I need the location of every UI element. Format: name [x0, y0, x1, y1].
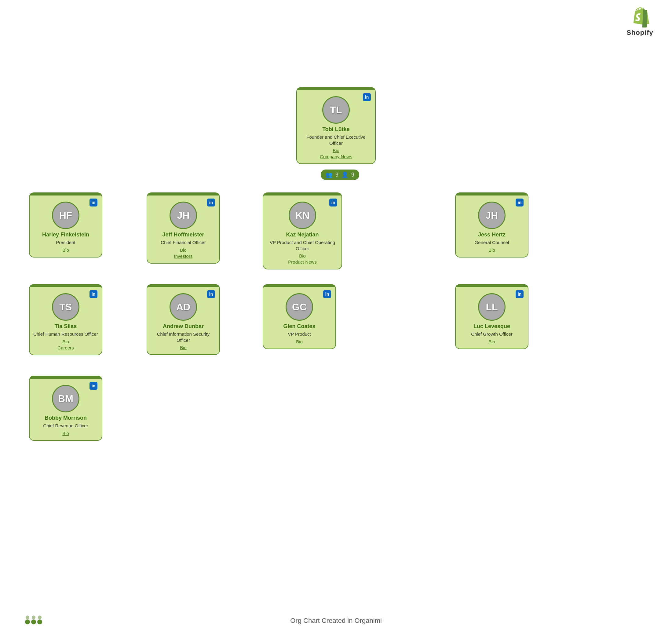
- shopify-logo: Shopify: [626, 6, 654, 37]
- card-kaz: in KN Kaz Nejatian VP Product and Chief …: [263, 192, 342, 269]
- svg-point-16: [25, 619, 30, 624]
- name-bobby: Bobby Morrison: [33, 415, 98, 421]
- name-andrew: Andrew Dunbar: [151, 323, 216, 330]
- link-kaz-bio[interactable]: Bio: [267, 253, 338, 258]
- link-ceo-news[interactable]: Company News: [301, 154, 371, 159]
- title-luc: Chief Growth Officer: [460, 331, 524, 337]
- title-tia: Chief Human Resources Officer: [33, 331, 98, 337]
- avatar-initials-bobby: BM: [58, 393, 73, 404]
- ceo-badge: 👥 9 👤 9: [321, 170, 359, 180]
- linkedin-badge-ceo[interactable]: in: [363, 93, 371, 101]
- link-tia-careers[interactable]: Careers: [33, 345, 98, 350]
- linkedin-badge-tia[interactable]: in: [89, 290, 97, 298]
- avatar-initials-tia: TS: [60, 302, 72, 313]
- linkedin-badge-kaz[interactable]: in: [329, 198, 337, 206]
- link-ceo-bio[interactable]: Bio: [301, 148, 371, 153]
- title-kaz: VP Product and Chief Operating Officer: [267, 240, 338, 251]
- svg-point-20: [32, 616, 35, 619]
- avatar-luc: LL: [478, 293, 505, 321]
- title-jess: General Counsel: [460, 240, 524, 246]
- avatar-harley: HF: [52, 202, 80, 229]
- avatar-initials-luc: LL: [486, 302, 498, 313]
- person-icon: 👤: [342, 171, 348, 178]
- svg-point-21: [38, 616, 41, 619]
- card-jess: in JH Jess Hertz General Counsel Bio: [455, 192, 528, 257]
- title-harley: President: [33, 240, 98, 246]
- group-icon: 👥: [326, 171, 332, 178]
- link-andrew-bio[interactable]: Bio: [151, 345, 216, 350]
- card-header-kaz: [263, 193, 342, 195]
- card-tia: in TS Tia Silas Chief Human Resources Of…: [29, 284, 102, 355]
- avatar-glen: GC: [285, 293, 313, 321]
- brand-name: Shopify: [626, 29, 654, 37]
- linkedin-badge-bobby[interactable]: in: [89, 382, 97, 390]
- title-bobby: Chief Revenue Officer: [33, 423, 98, 429]
- card-andrew: in AD Andrew Dunbar Chief Information Se…: [147, 284, 220, 355]
- avatar-bobby: BM: [52, 385, 80, 412]
- card-header-bobby: [29, 376, 102, 379]
- name-ceo: Tobi Lütke: [301, 126, 371, 133]
- linkedin-badge-andrew[interactable]: in: [207, 290, 215, 298]
- linkedin-badge-jess[interactable]: in: [516, 198, 524, 206]
- linkedin-badge-harley[interactable]: in: [89, 198, 97, 206]
- name-glen: Glen Coates: [267, 323, 332, 330]
- name-jeff: Jeff Hoffmeister: [151, 232, 216, 238]
- link-jeff-bio[interactable]: Bio: [151, 247, 216, 253]
- card-harley: in HF Harley Finkelstein President Bio: [29, 192, 102, 257]
- svg-point-19: [26, 616, 29, 619]
- name-tia: Tia Silas: [33, 323, 98, 330]
- svg-point-18: [37, 619, 42, 624]
- name-kaz: Kaz Nejatian: [267, 232, 338, 238]
- card-luc: in LL Luc Levesque Chief Growth Officer …: [455, 284, 528, 349]
- footer-text: Org Chart Created in Organimi: [290, 617, 382, 625]
- avatar-jess: JH: [478, 202, 505, 229]
- avatar-jeff: JH: [170, 202, 197, 229]
- card-header-jeff: [147, 193, 219, 195]
- card-header-harley: [29, 193, 102, 195]
- linkedin-badge-jeff[interactable]: in: [207, 198, 215, 206]
- card-glen: in GC Glen Coates VP Product Bio: [263, 284, 336, 349]
- avatar-initials-ceo: TL: [330, 105, 342, 116]
- avatar-initials-glen: GC: [292, 302, 307, 313]
- name-jess: Jess Hertz: [460, 232, 524, 238]
- link-glen-bio[interactable]: Bio: [267, 339, 332, 344]
- card-bobby: in BM Bobby Morrison Chief Revenue Offic…: [29, 376, 102, 441]
- card-header-tia: [29, 285, 102, 287]
- avatar-ceo: TL: [322, 96, 350, 124]
- title-jeff: Chief Financial Officer: [151, 240, 216, 246]
- avatar-initials-jeff: JH: [177, 210, 190, 221]
- title-ceo: Founder and Chief Executive Officer: [301, 134, 371, 146]
- group-count: 9: [335, 172, 339, 178]
- link-luc-bio[interactable]: Bio: [460, 339, 524, 344]
- name-luc: Luc Levesque: [460, 323, 524, 330]
- linkedin-badge-glen[interactable]: in: [323, 290, 331, 298]
- name-harley: Harley Finkelstein: [33, 232, 98, 238]
- title-andrew: Chief Information Security Officer: [151, 331, 216, 343]
- avatar-initials-harley: HF: [59, 210, 72, 221]
- card-ceo: in TL Tobi Lütke Founder and Chief Execu…: [296, 87, 376, 164]
- avatar-initials-andrew: AD: [176, 302, 190, 313]
- card-header-luc: [456, 285, 528, 287]
- linkedin-badge-luc[interactable]: in: [516, 290, 524, 298]
- card-header-glen: [263, 285, 335, 287]
- svg-point-17: [31, 619, 36, 624]
- title-glen: VP Product: [267, 331, 332, 337]
- avatar-andrew: AD: [170, 293, 197, 321]
- person-count: 9: [351, 172, 354, 178]
- link-kaz-productnews[interactable]: Product News: [267, 259, 338, 265]
- link-jeff-investors[interactable]: Investors: [151, 254, 216, 259]
- organimi-icon: [24, 611, 43, 628]
- avatar-tia: TS: [52, 293, 80, 321]
- card-header-andrew: [147, 285, 219, 287]
- link-harley-bio[interactable]: Bio: [33, 247, 98, 253]
- card-header-ceo: [297, 88, 375, 90]
- link-bobby-bio[interactable]: Bio: [33, 431, 98, 436]
- avatar-kaz: KN: [289, 202, 316, 229]
- card-header-jess: [456, 193, 528, 195]
- avatar-initials-jess: JH: [486, 210, 498, 221]
- link-jess-bio[interactable]: Bio: [460, 247, 524, 253]
- card-jeff: in JH Jeff Hoffmeister Chief Financial O…: [147, 192, 220, 264]
- link-tia-bio[interactable]: Bio: [33, 339, 98, 344]
- avatar-initials-kaz: KN: [295, 210, 309, 221]
